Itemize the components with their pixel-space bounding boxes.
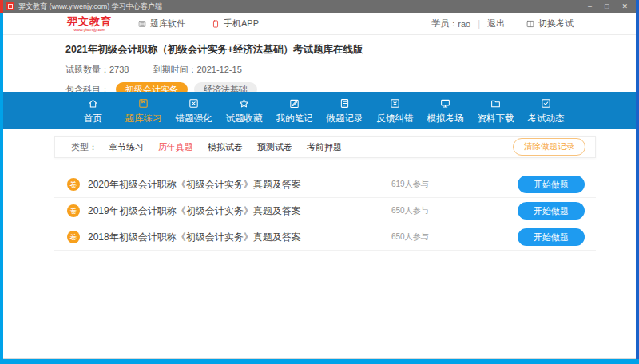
nav-item-download[interactable]: 资料下载: [470, 97, 521, 125]
records-icon: [339, 97, 351, 109]
toolbar: 羿文教育 www.yiwenjy.com 题库软件 手机APP 学员： rao …: [3, 13, 636, 35]
window-border-left: [0, 0, 3, 364]
nav-item-home[interactable]: 首页: [68, 97, 118, 125]
nav-item-label: 题库练习: [125, 113, 162, 125]
exam-title: 2020年初级会计职称《初级会计实务》真题及答案: [88, 178, 301, 192]
library-icon: [137, 19, 147, 29]
practice-icon: [137, 97, 149, 109]
toolbar-right: 学员： rao ｜ 退出 切换考试: [431, 18, 574, 30]
nav-item-records[interactable]: 做题记录: [320, 97, 370, 125]
filter-option[interactable]: 章节练习: [109, 141, 144, 153]
exam-row: 卷 2018年初级会计职称《初级会计实务》真题及答案 650人参与 开始做题: [54, 224, 596, 251]
phone-icon: [211, 19, 220, 29]
exam-info-header: 2021年初级会计职称（初级会计实务+经济法基础）考试题库在线版 试题数量：27…: [3, 35, 636, 92]
filter-type-label: 类型：: [71, 141, 97, 153]
brand-logo[interactable]: 羿文教育 www.yiwenjy.com: [67, 16, 112, 32]
nav-item-practice[interactable]: 题库练习: [118, 97, 169, 125]
divider: ｜: [474, 18, 483, 30]
notes-icon: [288, 97, 300, 109]
window-border-left-red: [0, 0, 3, 13]
favorites-icon: [238, 97, 250, 109]
nav-item-label: 资料下载: [478, 113, 514, 125]
participant-count: 650人参与: [391, 205, 518, 216]
filter-option[interactable]: 预测试卷: [257, 141, 292, 153]
download-icon: [490, 97, 502, 109]
student-name: rao: [458, 19, 470, 29]
nav-item-notes[interactable]: 我的笔记: [269, 97, 320, 125]
toolbar-link-label: 手机APP: [224, 18, 259, 30]
mock-exam-icon: [439, 97, 451, 109]
maximize-button[interactable]: □: [605, 3, 609, 10]
nav-item-label: 做题记录: [327, 113, 363, 125]
nav-item-wrong-questions[interactable]: 错题强化: [169, 97, 219, 125]
nav-bar: 首页 题库练习 错题强化 试题收藏 我的笔记 做题记录 反馈纠错 模拟考场 资料…: [3, 92, 636, 129]
app-window: 羿文教育 (www.yiwenjy.com) 学习中心客户端 – □ ✕ 羿文教…: [3, 0, 636, 359]
minimize-button[interactable]: –: [588, 3, 592, 10]
filter-option[interactable]: 考前押题: [307, 141, 342, 153]
nav-item-label: 首页: [84, 113, 102, 125]
logout-link[interactable]: 退出: [487, 18, 505, 30]
toolbar-link-label: 题库软件: [150, 18, 185, 30]
switch-exam-link[interactable]: 切换考试: [526, 18, 574, 30]
feedback-icon: [389, 97, 401, 109]
exam-title: 2018年初级会计职称《初级会计实务》真题及答案: [88, 231, 301, 244]
clear-records-button[interactable]: 清除做题记录: [513, 138, 585, 156]
expiry-date: 到期时间：2021-12-15: [153, 64, 241, 76]
home-icon: [87, 97, 99, 109]
nav-item-label: 我的笔记: [276, 113, 313, 125]
switch-exam-icon: [526, 19, 535, 29]
filter-option[interactable]: 历年真题: [158, 141, 193, 153]
nav-item-feedback[interactable]: 反馈纠错: [370, 97, 420, 125]
exam-row: 卷 2019年初级会计职称《初级会计实务》真题及答案 650人参与 开始做题: [54, 198, 596, 224]
filter-option[interactable]: 模拟试卷: [208, 141, 243, 153]
nav-item-exam-news[interactable]: 考试动态: [521, 97, 571, 125]
start-exam-button[interactable]: 开始做题: [518, 228, 585, 246]
filter-options: 章节练习历年真题模拟试卷预测试卷考前押题: [109, 141, 356, 153]
exam-title: 2019年初级会计职称《初级会计实务》真题及答案: [88, 204, 301, 218]
exam-paper-badge: 卷: [67, 178, 80, 191]
title-bar: 羿文教育 (www.yiwenjy.com) 学习中心客户端 – □ ✕: [3, 0, 636, 13]
exam-paper-badge: 卷: [67, 231, 80, 243]
exam-row: 卷 2020年初级会计职称《初级会计实务》真题及答案 619人参与 开始做题: [54, 172, 596, 198]
window-border-right: [636, 0, 639, 364]
close-button[interactable]: ✕: [621, 3, 628, 10]
nav-item-mock-exam[interactable]: 模拟考场: [420, 97, 470, 125]
exam-list: 卷 2020年初级会计职称《初级会计实务》真题及答案 619人参与 开始做题 卷…: [54, 172, 596, 251]
brand-url: www.yiwenjy.com: [73, 27, 105, 31]
window-title: 羿文教育 (www.yiwenjy.com) 学习中心客户端: [18, 2, 162, 12]
nav-item-label: 模拟考场: [427, 113, 464, 125]
toolbar-link-question-bank-software[interactable]: 题库软件: [137, 18, 185, 30]
nav-item-favorites[interactable]: 试题收藏: [219, 97, 269, 125]
nav-item-label: 试题收藏: [226, 113, 263, 125]
nav-item-label: 反馈纠错: [377, 113, 414, 125]
participant-count: 619人参与: [391, 179, 518, 190]
student-label: 学员：: [431, 18, 458, 30]
exam-paper-badge: 卷: [67, 204, 80, 217]
start-exam-button[interactable]: 开始做题: [518, 202, 585, 220]
window-border-bottom: [0, 359, 639, 364]
wrong-questions-icon: [188, 97, 200, 109]
exam-meta: 试题数量：2738 到期时间：2021-12-15: [65, 64, 636, 76]
filter-bar: 类型： 章节练习历年真题模拟试卷预测试卷考前押题 清除做题记录: [54, 136, 596, 158]
start-exam-button[interactable]: 开始做题: [518, 176, 585, 193]
window-controls: – □ ✕: [588, 3, 628, 10]
nav-item-label: 错题强化: [176, 113, 212, 125]
participant-count: 650人参与: [391, 231, 518, 243]
app-icon: [6, 2, 14, 10]
main-content: 类型： 章节练习历年真题模拟试卷预测试卷考前押题 清除做题记录 卷 2020年初…: [3, 129, 636, 359]
brand-name: 羿文教育: [67, 16, 112, 26]
toolbar-link-mobile-app[interactable]: 手机APP: [211, 18, 259, 30]
question-count: 试题数量：2738: [65, 64, 129, 76]
exam-news-icon: [540, 97, 552, 109]
page-title: 2021年初级会计职称（初级会计实务+经济法基础）考试题库在线版: [65, 43, 636, 57]
switch-exam-label: 切换考试: [538, 18, 574, 30]
nav-item-label: 考试动态: [528, 113, 565, 125]
